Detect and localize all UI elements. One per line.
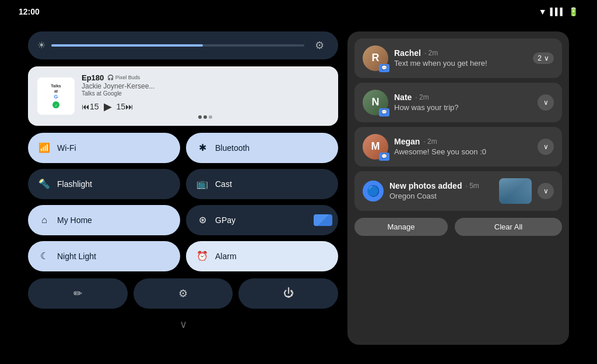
clear-all-button[interactable]: Clear All xyxy=(455,218,562,236)
manage-button[interactable]: Manage xyxy=(354,218,448,236)
nate-expand-button[interactable]: ∨ xyxy=(538,94,554,111)
photos-notif-content: New photos added · 5m Oregon Coast xyxy=(389,181,493,200)
nate-avatar-wrap: N 💬 xyxy=(363,90,388,115)
alarm-tile[interactable]: ⏰ Alarm xyxy=(186,241,338,271)
quick-settings-grid: 📶 Wi-Fi ✱ Bluetooth 🔦 Flashlight 📺 Cast … xyxy=(28,133,338,271)
signal-icon: ▌▌▌ xyxy=(550,8,565,16)
photos-thumbnail xyxy=(499,178,532,204)
rachel-name: Rachel xyxy=(394,48,421,58)
nate-message: How was your trip? xyxy=(394,103,532,112)
nate-notif-content: Nate · 2m How was your trip? xyxy=(394,93,532,112)
power-button[interactable]: ⏻ xyxy=(238,278,338,309)
time-display: 12:00 xyxy=(19,7,40,16)
bluetooth-label: Bluetooth xyxy=(215,143,250,153)
notification-nate: N 💬 Nate · 2m How was your trip? ∨ xyxy=(354,83,562,122)
photos-app-icon: 🔵 xyxy=(363,181,384,202)
skip-back-button[interactable]: ⏮15 xyxy=(82,102,99,111)
alarm-icon: ⏰ xyxy=(196,250,208,261)
rachel-time: · 2m xyxy=(424,49,438,57)
megan-time: · 2m xyxy=(423,137,437,146)
myhome-tile[interactable]: ⌂ My Home xyxy=(28,205,180,235)
myhome-label: My Home xyxy=(57,215,92,225)
gpay-tile[interactable]: ⊛ GPay xyxy=(186,205,338,235)
page-dot-1 xyxy=(198,115,202,119)
rachel-avatar-wrap: R 💬 xyxy=(363,45,388,71)
notification-actions: Manage Clear All xyxy=(354,218,562,236)
cast-tile[interactable]: 📺 Cast xyxy=(186,169,338,199)
wifi-status-icon: ▼ xyxy=(539,7,547,16)
sms-icon-megan: 💬 xyxy=(379,153,389,161)
wifi-tile[interactable]: 📶 Wi-Fi xyxy=(28,133,180,163)
settings-gear-icon[interactable]: ⚙ xyxy=(310,36,329,55)
cast-icon: 📺 xyxy=(196,178,208,189)
edit-button[interactable]: ✏ xyxy=(28,278,128,309)
gpay-icon: ⊛ xyxy=(196,214,208,225)
chevron-down-icon: ∨ xyxy=(544,54,549,62)
media-card: Talks at G ♪ Ep180 🎧 Pixel Buds Jack xyxy=(28,66,338,126)
media-controls[interactable]: ⏮15 ▶ 15⏭ xyxy=(82,100,329,113)
megan-notif-content: Megan · 2m Awesome! See you soon :0 xyxy=(394,137,532,156)
moon-icon: ☾ xyxy=(38,250,50,261)
battery-icon: 🔋 xyxy=(568,7,578,16)
media-info: Ep180 🎧 Pixel Buds Jackie Joyner-Kersee.… xyxy=(82,73,329,119)
notifications-panel: R 💬 Rachel · 2m Text me when you get her… xyxy=(347,31,569,345)
megan-message: Awesome! See you soon :0 xyxy=(394,147,532,156)
nate-name: Nate xyxy=(394,93,412,102)
sms-icon-rachel: 💬 xyxy=(379,64,389,72)
brightness-slider[interactable] xyxy=(51,44,304,47)
page-dot-3 xyxy=(209,115,212,119)
photos-title: New photos added xyxy=(389,181,462,190)
flashlight-label: Flashlight xyxy=(57,179,92,189)
bluetooth-icon: ✱ xyxy=(196,142,208,153)
flashlight-icon: 🔦 xyxy=(38,178,50,189)
skip-forward-button[interactable]: 15⏭ xyxy=(117,102,134,111)
photos-subtitle: Oregon Coast xyxy=(389,192,493,200)
page-dot-2 xyxy=(203,115,207,119)
gpay-label: GPay xyxy=(215,215,236,225)
rachel-notif-content: Rachel · 2m Text me when you get here! xyxy=(394,48,527,68)
brightness-row[interactable]: ☀ ⚙ xyxy=(28,31,338,59)
gpay-card-visual xyxy=(314,214,332,226)
status-icons: ▼ ▌▌▌ 🔋 xyxy=(539,7,578,16)
notification-megan: M 💬 Megan · 2m Awesome! See you soon :0 … xyxy=(354,127,562,167)
quick-settings-panel: ☀ ⚙ Talks at G ♪ xyxy=(28,31,338,345)
photos-expand-button[interactable]: ∨ xyxy=(538,183,554,199)
play-button[interactable]: ▶ xyxy=(104,100,112,113)
megan-avatar-wrap: M 💬 xyxy=(363,134,388,160)
rachel-expand-badge[interactable]: 2 ∨ xyxy=(533,52,554,64)
pixel-buds-label: 🎧 Pixel Buds xyxy=(107,75,140,80)
media-artist: Jackie Joyner-Kersee... xyxy=(82,82,154,90)
alarm-label: Alarm xyxy=(215,252,237,261)
megan-expand-button[interactable]: ∨ xyxy=(538,139,554,155)
bluetooth-tile[interactable]: ✱ Bluetooth xyxy=(186,133,338,163)
album-art: Talks at G ♪ xyxy=(37,77,75,115)
brightness-icon: ☀ xyxy=(37,40,45,51)
sms-icon-nate: 💬 xyxy=(379,108,389,116)
home-icon: ⌂ xyxy=(38,215,50,225)
photos-time: · 5m xyxy=(465,182,479,190)
nightlight-tile[interactable]: ☾ Night Light xyxy=(28,241,180,271)
nightlight-label: Night Light xyxy=(57,252,96,261)
nate-time: · 2m xyxy=(415,93,429,101)
episode-title: Ep180 xyxy=(82,73,104,82)
bottom-actions-row: ✏ ⚙ ⏻ xyxy=(28,278,338,309)
notification-rachel: R 💬 Rachel · 2m Text me when you get her… xyxy=(354,38,562,78)
rachel-message: Text me when you get here! xyxy=(394,59,527,68)
wifi-label: Wi-Fi xyxy=(57,143,76,153)
flashlight-tile[interactable]: 🔦 Flashlight xyxy=(28,169,180,199)
system-settings-button[interactable]: ⚙ xyxy=(134,278,233,309)
wifi-icon: 📶 xyxy=(38,142,50,153)
media-source: Talks at Google xyxy=(82,90,154,97)
megan-name: Megan xyxy=(394,137,420,146)
cast-label: Cast xyxy=(215,179,232,189)
collapse-chevron[interactable]: ∨ xyxy=(28,318,338,331)
notification-photos: 🔵 New photos added · 5m Oregon Coast ∨ xyxy=(354,171,562,211)
